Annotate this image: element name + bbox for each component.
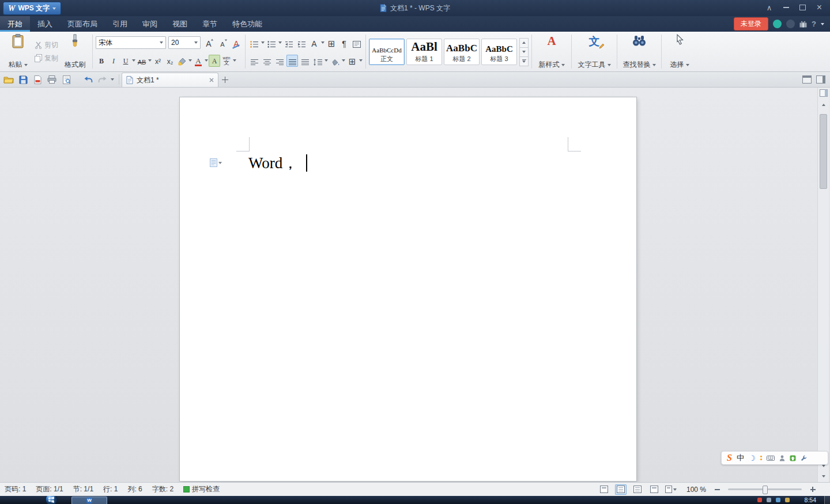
document-text-line[interactable]: Word， [248,153,307,173]
spellcheck-toggle[interactable]: 拼写检查 [183,484,220,494]
style-heading2[interactable]: AaBbC 标题 2 [444,39,480,65]
align-right-button[interactable] [274,55,285,67]
styles-scroll-down-button[interactable] [519,47,529,57]
bullets-button[interactable] [248,37,260,49]
print-button[interactable] [46,73,58,86]
help-chevron-icon[interactable] [821,23,824,25]
select-button[interactable]: 选择 [665,32,695,71]
grow-font-button[interactable]: A [203,37,214,49]
maximize-button[interactable] [794,0,811,15]
share-up-icon[interactable] [790,455,796,461]
view-web-button[interactable] [648,484,660,495]
document-page[interactable]: Word， [180,97,636,481]
line-spacing-button[interactable] [312,55,323,67]
collapse-window-button[interactable]: ∧ [761,0,778,15]
tab-home[interactable]: 开始 [0,16,30,32]
zoom-in-button[interactable] [807,484,818,495]
align-left-button[interactable] [248,55,260,67]
sogou-logo-icon[interactable]: S [727,453,732,463]
distribute-button[interactable] [299,55,311,67]
font-size-select[interactable]: 20 [168,36,201,49]
align-center-button[interactable] [261,55,273,67]
format-painter-button[interactable]: 格式刷 [61,32,89,71]
paragraph-layout-button[interactable] [351,37,363,49]
punctuation-icon[interactable] [760,456,762,460]
zoom-slider-thumb[interactable] [763,486,768,494]
style-heading3[interactable]: AaBbC 标题 3 [481,39,517,65]
change-case-chevron-icon[interactable] [321,41,325,44]
styles-more-button[interactable] [519,56,529,66]
tab-references[interactable]: 引用 [105,16,135,32]
style-normal[interactable]: AaBbCcDd 正文 [369,39,405,65]
borders-button[interactable]: ⊞ [346,55,358,67]
wps-menu-button[interactable]: W WPS 文字 [3,2,61,15]
tab-insert[interactable]: 插入 [30,16,60,32]
document-tab-active[interactable]: 文档1 * [122,73,218,87]
undo-button[interactable] [82,73,95,86]
help-button[interactable]: ? [812,20,816,28]
taskbar-wps-button[interactable]: W [71,497,107,504]
zoom-out-button[interactable] [711,484,723,495]
pinyin-chevron-icon[interactable] [233,59,236,62]
view-outline-button[interactable] [632,484,643,495]
font-color-chevron-icon[interactable] [205,59,208,62]
tray-sogou-icon[interactable] [757,498,762,502]
new-document-tab-button[interactable] [218,73,231,86]
tab-view[interactable]: 视图 [165,16,195,32]
side-toolbar-icon[interactable] [819,89,828,97]
shrink-font-button[interactable]: A [217,37,228,49]
borders-chevron-icon[interactable] [359,59,363,62]
qat-customize-chevron-icon[interactable] [111,78,114,81]
find-replace-button[interactable]: 查找替换 [620,32,658,71]
view-more-button[interactable] [665,484,677,495]
tab-section[interactable]: 章节 [195,16,225,32]
line-spacing-chevron-icon[interactable] [325,59,328,62]
clear-formatting-button[interactable]: A [231,37,242,49]
paste-button[interactable]: 粘贴 [3,32,32,71]
fullwidth-moon-icon[interactable]: ☽ [749,454,756,463]
increase-indent-button[interactable] [296,37,307,49]
export-pdf-button[interactable] [31,73,44,86]
task-pane-toggle-icon[interactable] [816,75,825,84]
cut-button[interactable]: 剪切 [32,39,61,51]
vertical-scrollbar[interactable] [817,88,829,482]
show-desktop-button[interactable] [824,496,830,504]
decrease-indent-button[interactable] [283,37,295,49]
paste-options-tag[interactable] [210,158,222,167]
change-case-button[interactable]: A [308,37,320,49]
tray-update-icon[interactable] [785,498,790,502]
switch-ui-icon[interactable] [802,75,812,84]
save-button[interactable] [17,73,29,86]
show-marks-button[interactable]: ¶ [338,37,350,49]
zoom-slider[interactable] [728,488,802,490]
redo-button[interactable] [96,73,109,86]
open-button[interactable] [2,73,15,86]
message-button[interactable] [786,20,795,28]
insert-table-button[interactable]: ⊞ [326,37,337,49]
tab-page-layout[interactable]: 页面布局 [60,16,105,32]
start-button[interactable] [45,496,58,504]
ime-toolbar[interactable]: S 中 ☽ [721,451,828,465]
text-tool-button[interactable]: 文 文字工具 [575,32,614,71]
taskbar-clock[interactable]: 8:54 [805,497,816,503]
close-button[interactable]: × [811,0,828,15]
bold-button[interactable]: B [96,55,107,67]
style-heading1[interactable]: AaBl 标题 1 [406,39,442,65]
scrollbar-thumb[interactable] [820,114,827,189]
shading-button[interactable] [329,55,341,67]
font-family-select[interactable]: 宋体 [96,36,166,49]
copy-button[interactable]: 复制 [32,52,61,65]
strikethrough-button[interactable]: AB [136,55,148,67]
italic-button[interactable]: I [108,55,119,67]
status-word-count[interactable]: 字数: 2 [152,484,173,494]
subscript-button[interactable]: x₂ [164,55,176,67]
tab-special-features[interactable]: 特色功能 [225,16,270,32]
tray-network-icon[interactable] [776,498,780,502]
skin-person-icon[interactable] [779,455,785,461]
view-page-button[interactable] [615,484,627,495]
superscript-button[interactable]: x² [152,55,164,67]
styles-scroll-up-button[interactable] [519,38,529,48]
zoom-value[interactable]: 100 % [686,486,706,494]
highlight-chevron-icon[interactable] [188,59,192,62]
strikethrough-chevron-icon[interactable] [148,59,152,62]
